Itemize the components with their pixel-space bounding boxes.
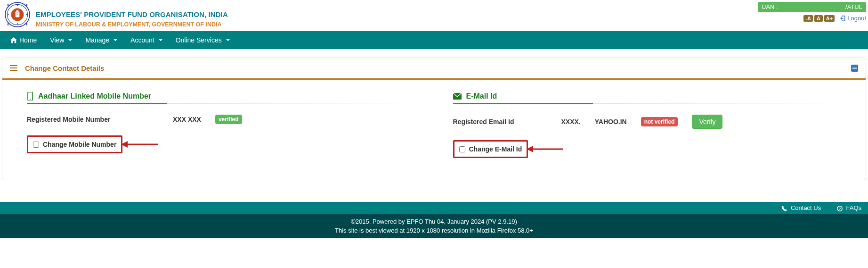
svg-rect-5 [26, 23, 27, 25]
email-icon [453, 93, 462, 100]
phone-icon [781, 206, 787, 211]
nav-account[interactable]: Account [124, 32, 169, 49]
email-value-local: XXXX. [561, 118, 581, 126]
svg-point-7 [17, 23, 18, 24]
contact-us-link[interactable]: Contact Us [781, 204, 823, 211]
panel-collapse-button[interactable] [851, 65, 858, 72]
arrow-annotation-icon [121, 139, 159, 150]
mobile-section: Aadhaar Linked Mobile Number Registered … [27, 92, 415, 158]
help-icon: ? [837, 206, 843, 211]
org-title: EMPLOYEES' PROVIDENT FUND ORGANISATION, … [36, 10, 228, 18]
nav-view-label: View [50, 36, 64, 44]
logout-label: Logout [847, 15, 866, 22]
svg-rect-12 [16, 10, 18, 12]
font-decrease-button[interactable]: -A [803, 15, 813, 22]
main-nav: Home View Manage Account Online Services [0, 31, 868, 49]
footer-viewed: This site is best viewed at 1920 x 1080 … [0, 226, 868, 235]
svg-rect-3 [26, 4, 27, 6]
change-email-checkbox[interactable] [459, 146, 465, 152]
svg-point-9 [26, 14, 27, 15]
arrow-annotation-icon [527, 144, 564, 154]
faqs-label: FAQs [846, 204, 861, 211]
svg-rect-2 [8, 4, 8, 6]
nav-home-label: Home [19, 36, 37, 44]
mobile-icon [27, 92, 33, 100]
svg-rect-13 [16, 13, 18, 13]
logout-link[interactable]: Logout [840, 15, 866, 22]
change-mobile-label: Change Mobile Number [43, 141, 116, 148]
email-section: E-Mail Id Registered Email Id XXXX. YAHO… [453, 92, 842, 158]
panel-title: Change Contact Details [25, 64, 104, 72]
svg-marker-20 [121, 141, 128, 148]
header-top-right: UAN : /ATUL -A A A+ Logout [758, 2, 866, 22]
panel-header: Change Contact Details [2, 58, 866, 80]
email-section-title: E-Mail Id [466, 92, 497, 100]
nav-manage-label: Manage [85, 36, 109, 44]
change-mobile-checkbox[interactable] [33, 142, 39, 148]
mobile-value: XXX XXX [173, 116, 201, 123]
org-titles: EMPLOYEES' PROVIDENT FUND ORGANISATION, … [36, 2, 228, 28]
svg-rect-14 [16, 14, 18, 14]
mobile-status-badge: verified [215, 115, 242, 124]
email-value-domain: YAHOO.IN [595, 118, 627, 126]
change-contact-panel: Change Contact Details Aadhaar Linked Mo… [2, 58, 866, 180]
org-subtitle: MINISTRY OF LABOUR & EMPLOYMENT, GOVERNM… [36, 21, 228, 28]
change-email-label: Change E-Mail Id [469, 145, 522, 153]
footer-info: ©2015. Powered by EPFO Thu 04, January 2… [0, 214, 868, 238]
nav-view[interactable]: View [43, 32, 79, 49]
font-increase-button[interactable]: A+ [824, 15, 835, 22]
svg-point-6 [17, 5, 18, 6]
caret-icon [159, 39, 162, 41]
email-label: Registered Email Id [453, 118, 547, 126]
svg-point-18 [30, 99, 31, 100]
logout-icon [840, 16, 846, 21]
contact-us-label: Contact Us [791, 204, 821, 211]
svg-text:?: ? [839, 207, 841, 211]
change-mobile-checkbox-wrap[interactable]: Change Mobile Number [27, 135, 122, 153]
home-icon [10, 37, 17, 43]
nav-manage[interactable]: Manage [79, 32, 124, 49]
divider [453, 103, 842, 104]
email-status-badge: not verified [641, 117, 678, 126]
svg-point-8 [8, 14, 8, 15]
uan-label: UAN : [762, 3, 845, 10]
uan-name: /ATUL [845, 3, 862, 10]
caret-icon [114, 39, 117, 41]
font-normal-button[interactable]: A [814, 15, 823, 22]
svg-rect-4 [8, 23, 8, 25]
nav-online-services[interactable]: Online Services [169, 32, 236, 49]
verify-email-button[interactable]: Verify [692, 115, 722, 129]
nav-online-label: Online Services [176, 36, 222, 44]
footer-copyright: ©2015. Powered by EPFO Thu 04, January 2… [0, 217, 868, 226]
svg-marker-23 [527, 146, 533, 152]
caret-icon [68, 39, 72, 41]
uan-badge: UAN : /ATUL [758, 2, 866, 12]
panel-body: Aadhaar Linked Mobile Number Registered … [2, 80, 866, 180]
epfo-logo [5, 2, 30, 27]
divider [27, 103, 415, 104]
mobile-label: Registered Mobile Number [27, 116, 159, 123]
caret-icon [226, 39, 230, 41]
nav-home[interactable]: Home [4, 32, 43, 49]
change-email-checkbox-wrap[interactable]: Change E-Mail Id [453, 140, 528, 158]
faqs-link[interactable]: ? FAQs [837, 204, 861, 211]
header: EMPLOYEES' PROVIDENT FUND ORGANISATION, … [0, 0, 868, 31]
hamburger-icon [10, 65, 17, 71]
mobile-section-title: Aadhaar Linked Mobile Number [38, 92, 151, 100]
svg-rect-16 [852, 68, 857, 69]
footer-links: Contact Us ? FAQs [0, 202, 868, 214]
nav-account-label: Account [130, 36, 154, 44]
